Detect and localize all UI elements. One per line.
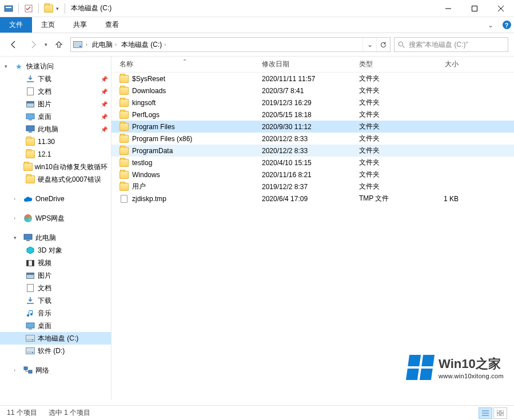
file-icon <box>119 194 129 203</box>
navigation-pane: ▾ ★ 快速访问 下载📌文档📌图片📌桌面📌此电脑📌11.3012.1win10自… <box>0 57 111 399</box>
breadcrumb-drive[interactable]: 本地磁盘 (C:)› <box>120 40 167 50</box>
file-row[interactable]: testlog2020/4/10 15:15文件夹 <box>111 157 514 169</box>
view-icons-button[interactable] <box>493 407 507 419</box>
help-button[interactable]: ? <box>499 17 514 33</box>
tab-file[interactable]: 文件 <box>0 17 32 33</box>
file-row[interactable]: PerfLogs2020/5/15 18:18文件夹 <box>111 109 514 121</box>
3d-icon <box>25 246 35 255</box>
file-row[interactable]: Windows2020/11/16 8:21文件夹 <box>111 169 514 181</box>
file-date: 2020/9/30 11:12 <box>257 123 354 131</box>
sidebar-pc-item[interactable]: 桌面 <box>0 319 111 332</box>
sidebar-pc-item[interactable]: 3D 对象 <box>0 244 111 257</box>
desktop-icon <box>25 321 35 330</box>
app-icon[interactable] <box>3 3 14 14</box>
qat-dropdown-icon[interactable]: ▾ <box>56 6 59 11</box>
svg-rect-19 <box>24 367 27 370</box>
sidebar-quick-access[interactable]: ▾ ★ 快速访问 <box>0 60 111 73</box>
column-headers: 名称 修改日期 类型 大小 <box>111 57 514 73</box>
file-name: Windows <box>132 171 160 179</box>
file-row[interactable]: Program Files (x86)2020/12/2 8:33文件夹 <box>111 133 514 145</box>
file-name: $SysReset <box>132 75 165 83</box>
search-box[interactable]: 搜索"本地磁盘 (C:)" <box>394 37 508 52</box>
sidebar-pc-item[interactable]: 视频 <box>0 257 111 269</box>
file-row[interactable]: kingsoft2019/12/3 16:29文件夹 <box>111 97 514 109</box>
sidebar-quick-item[interactable]: 11.30 <box>0 135 111 148</box>
qat-folder-icon <box>43 3 54 14</box>
img-icon <box>25 271 35 280</box>
minimize-button[interactable] <box>435 0 461 17</box>
file-type: 文件夹 <box>354 170 412 179</box>
window-title: 本地磁盘 (C:) <box>67 3 435 13</box>
ribbon-collapse-icon[interactable]: ⌄ <box>482 17 499 33</box>
sidebar-quick-item[interactable]: 文档📌 <box>0 85 111 98</box>
file-type: 文件夹 <box>354 182 412 191</box>
back-button[interactable] <box>6 37 22 53</box>
file-row[interactable]: Downloads2020/3/7 8:41文件夹 <box>111 85 514 97</box>
svg-rect-8 <box>29 131 32 133</box>
sidebar-quick-item[interactable]: win10自动修复失败循环 <box>0 161 111 173</box>
folder-icon <box>119 86 129 95</box>
qat-properties-icon[interactable] <box>23 3 34 14</box>
history-dropdown-icon[interactable]: ▾ <box>45 42 47 47</box>
sidebar-wps[interactable]: › WPS网盘 <box>0 212 111 225</box>
file-date: 2020/3/7 8:41 <box>257 87 354 95</box>
file-row[interactable]: zjdiskp.tmp2020/6/4 17:09TMP 文件1 KB <box>111 193 514 205</box>
file-type: 文件夹 <box>354 122 412 131</box>
sidebar-pc-item[interactable]: 文档 <box>0 282 111 294</box>
file-name: ProgramData <box>132 147 173 155</box>
sidebar-network[interactable]: › 网络 <box>0 364 111 377</box>
file-row[interactable]: ProgramData2020/12/2 8:33文件夹 <box>111 145 514 157</box>
file-date: 2020/12/2 8:33 <box>257 135 354 143</box>
sidebar-quick-item[interactable]: 12.1 <box>0 148 111 161</box>
svg-rect-3 <box>472 6 477 11</box>
forward-button[interactable] <box>25 37 41 53</box>
refresh-button[interactable] <box>376 38 390 51</box>
file-row[interactable]: $SysReset2020/11/11 11:57文件夹 <box>111 73 514 85</box>
file-size: 1 KB <box>412 195 463 203</box>
address-bar[interactable]: › 此电脑› 本地磁盘 (C:)› ⌄ <box>70 37 391 52</box>
tab-home[interactable]: 主页 <box>32 17 64 33</box>
sidebar-pc-item[interactable]: 下载 <box>0 294 111 307</box>
file-row[interactable]: 用户2019/12/2 8:37文件夹 <box>111 181 514 193</box>
file-type: 文件夹 <box>354 110 412 119</box>
column-date[interactable]: 修改日期 <box>257 59 354 69</box>
folder-icon <box>119 98 129 107</box>
windows-logo-icon <box>406 355 435 380</box>
expand-icon[interactable]: ▾ <box>5 63 11 69</box>
sidebar-pc-item[interactable]: 图片 <box>0 269 111 282</box>
address-dropdown-icon[interactable]: ⌄ <box>362 38 376 51</box>
cloud-icon <box>23 194 33 203</box>
column-type[interactable]: 类型 <box>354 59 412 69</box>
sidebar-pc-item[interactable]: 音乐 <box>0 307 111 319</box>
close-button[interactable] <box>488 0 514 17</box>
file-type: 文件夹 <box>354 146 412 155</box>
drive-icon <box>25 346 35 355</box>
svg-rect-7 <box>26 126 34 131</box>
file-type: 文件夹 <box>354 98 412 107</box>
breadcrumb-pc[interactable]: 此电脑› <box>91 40 118 50</box>
svg-rect-12 <box>29 329 32 330</box>
file-row[interactable]: Program Files2020/9/30 11:12文件夹 <box>111 121 514 133</box>
sidebar-quick-item[interactable]: 硬盘格式化0007错误 <box>0 173 111 186</box>
tab-view[interactable]: 查看 <box>96 17 128 33</box>
sidebar-onedrive[interactable]: › OneDrive <box>0 193 111 205</box>
breadcrumb-root[interactable]: › <box>85 42 89 47</box>
sidebar-quick-item[interactable]: 下载📌 <box>0 73 111 85</box>
sidebar-quick-item[interactable]: 图片📌 <box>0 98 111 110</box>
sidebar-quick-item[interactable]: 此电脑📌 <box>0 123 111 135</box>
sidebar-pc-item[interactable]: 软件 (D:) <box>0 345 111 357</box>
view-details-button[interactable] <box>479 407 492 419</box>
sidebar-quick-item[interactable]: 桌面📌 <box>0 110 111 123</box>
column-size[interactable]: 大小 <box>412 59 463 69</box>
folder-icon <box>119 146 129 155</box>
tab-share[interactable]: 共享 <box>64 17 96 33</box>
pin-icon: 📌 <box>101 114 107 120</box>
sidebar-pc-item[interactable]: 本地磁盘 (C:) <box>0 332 111 345</box>
sidebar-this-pc[interactable]: ▾ 此电脑 <box>0 231 111 244</box>
maximize-button[interactable] <box>461 0 488 17</box>
svg-rect-5 <box>26 114 34 119</box>
network-icon <box>23 366 33 375</box>
up-button[interactable] <box>51 37 67 53</box>
column-name[interactable]: 名称 <box>111 59 257 69</box>
folder-icon <box>119 170 129 179</box>
